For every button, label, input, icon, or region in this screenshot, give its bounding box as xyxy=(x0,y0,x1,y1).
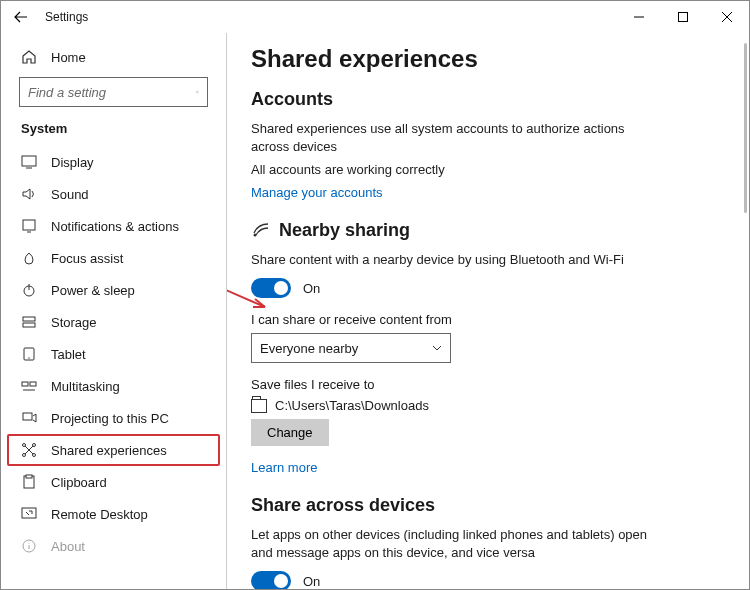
svg-rect-2 xyxy=(22,156,36,166)
sidebar-item-about[interactable]: About xyxy=(1,530,226,562)
svg-rect-10 xyxy=(30,382,36,386)
close-button[interactable] xyxy=(705,1,749,33)
scrollbar-thumb[interactable] xyxy=(744,43,747,213)
svg-point-1 xyxy=(196,91,198,93)
svg-rect-17 xyxy=(26,475,32,478)
svg-point-14 xyxy=(23,454,26,457)
across-heading: Share across devices xyxy=(251,495,725,516)
back-arrow-icon xyxy=(14,10,28,24)
nearby-desc: Share content with a nearby device by us… xyxy=(251,251,651,269)
home-icon xyxy=(21,49,37,65)
window-controls xyxy=(617,1,749,33)
minimize-button[interactable] xyxy=(617,1,661,33)
nearby-heading-row: Nearby sharing xyxy=(251,220,725,241)
svg-point-13 xyxy=(33,444,36,447)
minimize-icon xyxy=(634,12,644,22)
maximize-button[interactable] xyxy=(661,1,705,33)
sidebar-section-header: System xyxy=(1,121,226,146)
nearby-toggle-row: On xyxy=(251,278,725,298)
titlebar: Settings xyxy=(1,1,749,33)
svg-rect-3 xyxy=(23,220,35,230)
svg-point-8 xyxy=(28,357,29,358)
svg-point-20 xyxy=(254,234,257,237)
change-button[interactable]: Change xyxy=(251,419,329,446)
sidebar-item-label: Remote Desktop xyxy=(51,507,148,522)
svg-rect-6 xyxy=(23,323,35,327)
storage-icon xyxy=(21,314,37,330)
nearby-toggle[interactable] xyxy=(251,278,291,298)
save-path-row: C:\Users\Taras\Downloads xyxy=(251,398,725,413)
sidebar-item-projecting[interactable]: Projecting to this PC xyxy=(1,402,226,434)
about-icon xyxy=(21,538,37,554)
sidebar-item-sound[interactable]: Sound xyxy=(1,178,226,210)
svg-rect-0 xyxy=(679,13,688,22)
close-icon xyxy=(722,12,732,22)
back-button[interactable] xyxy=(9,5,33,29)
sidebar-item-label: Storage xyxy=(51,315,97,330)
sidebar-item-storage[interactable]: Storage xyxy=(1,306,226,338)
sidebar-item-label: Multitasking xyxy=(51,379,120,394)
maximize-icon xyxy=(678,12,688,22)
svg-rect-5 xyxy=(23,317,35,321)
svg-rect-9 xyxy=(22,382,28,386)
titlebar-left: Settings xyxy=(9,5,88,29)
sidebar-item-focus-assist[interactable]: Focus assist xyxy=(1,242,226,274)
across-desc: Let apps on other devices (including lin… xyxy=(251,526,651,561)
sidebar-item-label: Projecting to this PC xyxy=(51,411,169,426)
sidebar-item-display[interactable]: Display xyxy=(1,146,226,178)
power-icon xyxy=(21,282,37,298)
sidebar-item-label: Notifications & actions xyxy=(51,219,179,234)
across-toggle-label: On xyxy=(303,574,320,589)
sidebar: Home System Display Sound Notifications … xyxy=(1,33,226,589)
manage-accounts-link[interactable]: Manage your accounts xyxy=(251,185,383,200)
sidebar-item-remote-desktop[interactable]: Remote Desktop xyxy=(1,498,226,530)
sidebar-item-label: Sound xyxy=(51,187,89,202)
tablet-icon xyxy=(21,346,37,362)
sidebar-item-label: Power & sleep xyxy=(51,283,135,298)
svg-rect-18 xyxy=(22,508,36,518)
sidebar-item-label: Display xyxy=(51,155,94,170)
search-input-wrapper[interactable] xyxy=(19,77,208,107)
remote-desktop-icon xyxy=(21,506,37,522)
svg-point-12 xyxy=(23,444,26,447)
sidebar-item-label: Focus assist xyxy=(51,251,123,266)
accounts-status: All accounts are working correctly xyxy=(251,161,651,179)
settings-window: Settings Home System Display Sound Notif… xyxy=(0,0,750,590)
page-title: Shared experiences xyxy=(251,45,725,73)
sidebar-item-label: Tablet xyxy=(51,347,86,362)
across-toggle-row: On xyxy=(251,571,725,589)
svg-rect-11 xyxy=(23,413,32,420)
nearby-sharing-icon xyxy=(251,220,271,240)
display-icon xyxy=(21,154,37,170)
notifications-icon xyxy=(21,218,37,234)
learn-more-link[interactable]: Learn more xyxy=(251,460,317,475)
sidebar-item-power-sleep[interactable]: Power & sleep xyxy=(1,274,226,306)
across-toggle[interactable] xyxy=(251,571,291,589)
content-pane: Shared experiences Accounts Shared exper… xyxy=(226,33,749,589)
search-icon xyxy=(196,85,199,99)
folder-icon xyxy=(251,399,267,413)
clipboard-icon xyxy=(21,474,37,490)
save-path: C:\Users\Taras\Downloads xyxy=(275,398,429,413)
share-from-value: Everyone nearby xyxy=(260,341,358,356)
svg-point-15 xyxy=(33,454,36,457)
sidebar-item-notifications[interactable]: Notifications & actions xyxy=(1,210,226,242)
sidebar-item-multitasking[interactable]: Multitasking xyxy=(1,370,226,402)
nearby-heading: Nearby sharing xyxy=(279,220,410,241)
sidebar-item-clipboard[interactable]: Clipboard xyxy=(1,466,226,498)
accounts-heading: Accounts xyxy=(251,89,725,110)
sidebar-item-label: Clipboard xyxy=(51,475,107,490)
share-from-label: I can share or receive content from xyxy=(251,312,725,327)
nearby-toggle-label: On xyxy=(303,281,320,296)
share-from-select[interactable]: Everyone nearby xyxy=(251,333,451,363)
multitasking-icon xyxy=(21,378,37,394)
sound-icon xyxy=(21,186,37,202)
focus-assist-icon xyxy=(21,250,37,266)
projecting-icon xyxy=(21,410,37,426)
sidebar-item-tablet[interactable]: Tablet xyxy=(1,338,226,370)
sidebar-item-shared-experiences[interactable]: Shared experiences xyxy=(7,434,220,466)
search-input[interactable] xyxy=(28,85,196,100)
body: Home System Display Sound Notifications … xyxy=(1,33,749,589)
sidebar-home[interactable]: Home xyxy=(1,41,226,77)
accounts-desc: Shared experiences use all system accoun… xyxy=(251,120,651,155)
